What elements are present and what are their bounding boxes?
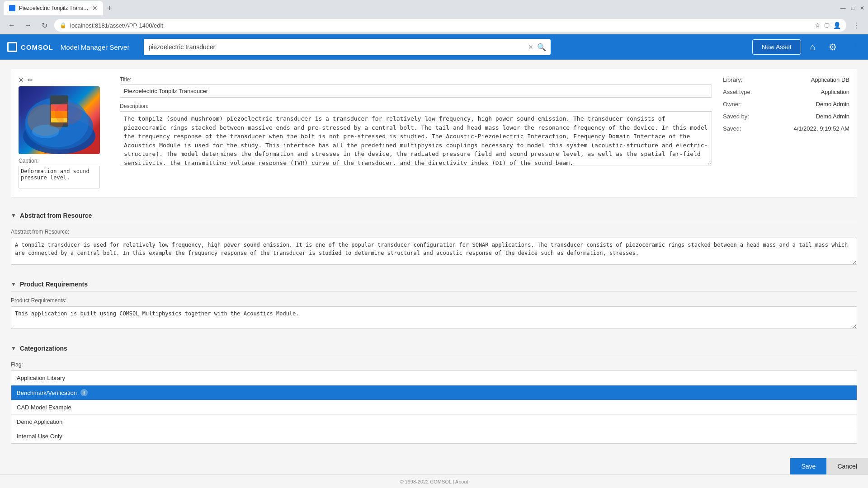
owner-key: Owner: — [723, 101, 742, 108]
flag-item-benchmark-verification[interactable]: Benchmark/Verification ℹ — [11, 385, 857, 400]
main-content: ✕ ✏ — [0, 60, 868, 474]
page-footer: © 1998-2022 COMSOL | About — [0, 474, 868, 488]
owner-row: Owner: Demo Admin — [723, 101, 849, 108]
categorizations-chevron-icon: ▼ — [11, 345, 16, 352]
back-button[interactable]: ← — [5, 19, 18, 32]
tab-title: Piezoelectric Tonpilz Transducer — [19, 5, 89, 11]
search-icon[interactable]: 🔍 — [537, 43, 546, 52]
abstract-textarea[interactable]: A tonpilz transducer is used for relativ… — [11, 238, 857, 265]
action-bar: Save Cancel — [790, 458, 868, 474]
library-value: Application DB — [811, 76, 849, 83]
address-icons: ☆ ⬡ 👤 — [815, 22, 841, 29]
footer-text: © 1998-2022 COMSOL | About — [400, 479, 468, 484]
abstract-field-label: Abstract from Resource: — [11, 229, 857, 235]
flag-item-label: Application Library — [17, 375, 65, 381]
active-tab[interactable]: Piezoelectric Tonpilz Transducer ✕ — [4, 1, 103, 15]
search-bar[interactable]: ✕ 🔍 — [144, 39, 551, 55]
browser-action-icons: ⋮ — [850, 19, 863, 32]
asset-image — [19, 86, 100, 154]
product-requirements-field-label: Product Requirements: — [11, 297, 857, 304]
home-icon[interactable]: ⌂ — [805, 39, 821, 55]
new-asset-button[interactable]: New Asset — [752, 39, 801, 55]
window-minimize-icon[interactable]: — — [840, 5, 846, 11]
categorizations-section-body: Flag: Application Library Benchmark/Veri… — [11, 361, 857, 447]
categorizations-section-title: Categorizations — [20, 345, 67, 352]
saved-value: 4/1/2022, 9:19:52 AM — [793, 125, 849, 132]
svg-point-8 — [55, 102, 82, 125]
product-requirements-section-body: Product Requirements: This application i… — [11, 297, 857, 334]
flag-item-demo-application[interactable]: Demo Application — [11, 415, 857, 429]
account-icon[interactable]: 👤 — [833, 22, 841, 29]
window-controls: — □ ✕ — [840, 5, 864, 11]
logo-text: COMSOL — [21, 43, 53, 51]
window-close-icon[interactable]: ✕ — [860, 5, 864, 11]
abstract-section-header[interactable]: ▼ Abstract from Resource — [11, 208, 857, 223]
window-maximize-icon[interactable]: □ — [851, 5, 854, 11]
app-title: Model Manager Server — [61, 43, 130, 51]
search-clear-icon[interactable]: ✕ — [528, 43, 533, 51]
description-label: Description: — [120, 103, 712, 109]
title-input[interactable] — [120, 84, 712, 98]
top-section: ✕ ✏ — [11, 69, 857, 197]
product-requirements-section-header[interactable]: ▼ Product Requirements — [11, 277, 857, 292]
caption-textarea[interactable]: Deformation and sound pressure level. — [19, 166, 100, 188]
abstract-chevron-icon: ▼ — [11, 212, 16, 219]
owner-value: Demo Admin — [816, 101, 849, 108]
asset-type-row: Asset type: Application — [723, 89, 849, 95]
new-tab-button[interactable]: + — [103, 2, 116, 14]
cast-icon[interactable]: ⬡ — [824, 22, 830, 29]
svg-point-9 — [32, 125, 59, 138]
logo-icon — [7, 42, 17, 52]
abstract-section: ▼ Abstract from Resource Abstract from R… — [11, 208, 857, 270]
edit-image-button[interactable]: ✏ — [28, 76, 33, 84]
title-field-row: Title: — [120, 76, 712, 98]
flag-item-application-library[interactable]: Application Library — [11, 371, 857, 385]
cancel-button[interactable]: Cancel — [826, 458, 868, 474]
image-panel: ✕ ✏ — [19, 76, 109, 190]
flag-item-label: Internal Use Only — [17, 433, 62, 440]
app-header: COMSOL Model Manager Server ✕ 🔍 New Asse… — [0, 34, 868, 60]
reload-button[interactable]: ↻ — [38, 19, 51, 32]
search-input[interactable] — [148, 43, 524, 51]
saved-by-row: Saved by: Demo Admin — [723, 113, 849, 120]
description-textarea[interactable]: The tonpilz (sound mushroom) piezoelectr… — [120, 111, 712, 165]
flag-item-cad-model-example[interactable]: CAD Model Example — [11, 400, 857, 415]
user-icon[interactable]: 👤 — [844, 39, 861, 55]
asset-type-value: Application — [821, 89, 849, 95]
saved-by-value: Demo Admin — [816, 113, 849, 120]
saved-row: Saved: 4/1/2022, 9:19:52 AM — [723, 125, 849, 132]
asset-type-key: Asset type: — [723, 89, 752, 95]
address-input[interactable]: 🔒 localhost:8181/asset/APP-1400/edit ☆ ⬡… — [54, 19, 846, 32]
model-visualization — [19, 86, 100, 154]
header-right: New Asset ⌂ ⚙ 👤 — [752, 39, 861, 55]
metadata-panel: Library: Application DB Asset type: Appl… — [723, 76, 849, 190]
browser-chrome: Piezoelectric Tonpilz Transducer ✕ + — □… — [0, 0, 868, 34]
forward-button[interactable]: → — [22, 19, 34, 32]
form-panel: Title: Description: The tonpilz (sound m… — [120, 76, 712, 190]
bookmark-icon[interactable]: ☆ — [815, 22, 821, 29]
flag-item-internal-use-only[interactable]: Internal Use Only — [11, 429, 857, 443]
abstract-section-body: Abstract from Resource: A tonpilz transd… — [11, 229, 857, 270]
save-button[interactable]: Save — [790, 458, 826, 474]
extensions-icon[interactable]: ⋮ — [850, 19, 863, 32]
product-requirements-section: ▼ Product Requirements Product Requireme… — [11, 277, 857, 334]
flag-item-label: Benchmark/Verification — [17, 389, 77, 396]
product-chevron-icon: ▼ — [11, 281, 16, 287]
saved-key: Saved: — [723, 125, 741, 132]
flag-list: Application Library Benchmark/Verificati… — [11, 371, 857, 444]
caption-label: Caption: — [19, 158, 109, 164]
product-requirements-textarea[interactable]: This application is built using COMSOL M… — [11, 306, 857, 329]
image-controls: ✕ ✏ — [19, 76, 109, 84]
abstract-section-title: Abstract from Resource — [20, 212, 92, 219]
lock-icon: 🔒 — [60, 22, 66, 28]
tab-close-button[interactable]: ✕ — [92, 5, 98, 12]
categorizations-section-header[interactable]: ▼ Categorizations — [11, 341, 857, 356]
categorizations-section: ▼ Categorizations Flag: Application Libr… — [11, 341, 857, 447]
address-bar: ← → ↻ 🔒 localhost:8181/asset/APP-1400/ed… — [0, 16, 868, 34]
address-text: localhost:8181/asset/APP-1400/edit — [70, 22, 163, 29]
close-image-button[interactable]: ✕ — [19, 76, 24, 84]
title-label: Title: — [120, 76, 712, 83]
settings-icon[interactable]: ⚙ — [825, 39, 841, 55]
info-icon: ℹ — [80, 389, 88, 396]
comsol-logo: COMSOL — [7, 42, 53, 52]
